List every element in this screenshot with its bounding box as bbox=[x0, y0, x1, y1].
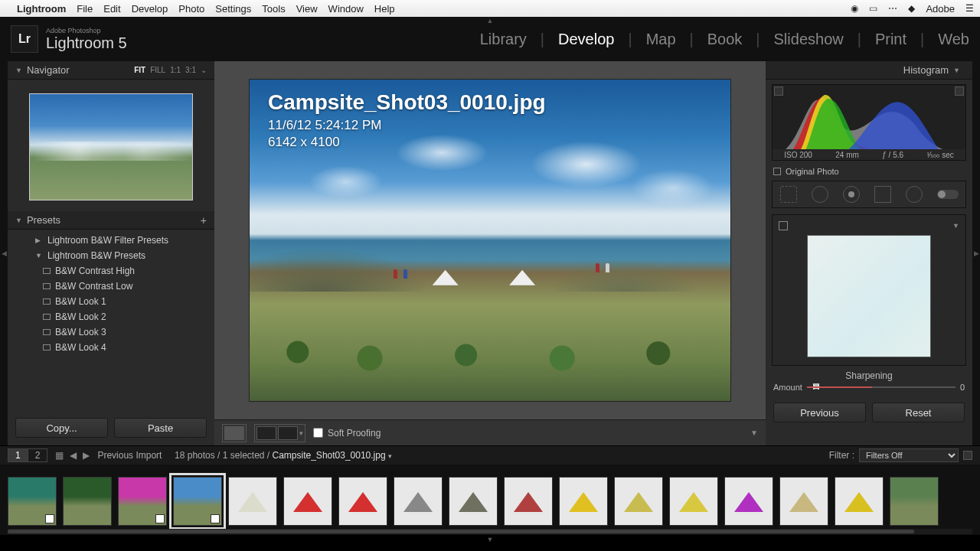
before-after-tb-button[interactable] bbox=[278, 426, 298, 440]
navigator-preview[interactable] bbox=[29, 93, 193, 201]
breadcrumb-menu-icon[interactable]: ▾ bbox=[388, 452, 392, 460]
filmstrip[interactable]: ••••••••••••••••• bbox=[0, 465, 980, 535]
secondary-display-button[interactable]: 2 bbox=[28, 449, 47, 461]
menu-help[interactable]: Help bbox=[374, 3, 395, 15]
zoom-1to1[interactable]: 1:1 bbox=[170, 66, 181, 74]
spot-removal-tool-icon[interactable] bbox=[812, 186, 828, 203]
zoom-3to1[interactable]: 3:1 bbox=[185, 66, 196, 74]
preset-item[interactable]: B&W Look 2 bbox=[8, 309, 214, 324]
preset-group[interactable]: ▶Lightroom B&W Filter Presets bbox=[8, 233, 214, 248]
filmstrip-thumbnail[interactable]: • bbox=[8, 477, 57, 526]
reset-button[interactable]: Reset bbox=[872, 403, 965, 422]
radial-filter-tool-icon[interactable] bbox=[906, 186, 923, 203]
toolbar-menu-icon[interactable]: ▼ bbox=[750, 429, 758, 437]
top-panel-disclosure-icon[interactable]: ▲ bbox=[487, 17, 494, 24]
filter-lock-icon[interactable] bbox=[963, 451, 972, 460]
bottom-panel-disclosure-icon[interactable]: ▼ bbox=[0, 535, 980, 544]
cloud-sync-icon[interactable]: ◉ bbox=[851, 3, 858, 14]
nav-back-icon[interactable]: ◀ bbox=[70, 450, 77, 461]
filmstrip-thumbnail[interactable]: • bbox=[559, 477, 608, 526]
detail-preview[interactable] bbox=[807, 235, 931, 357]
flag-icon[interactable] bbox=[155, 514, 165, 523]
redeye-tool-icon[interactable] bbox=[843, 186, 860, 203]
menu-file[interactable]: File bbox=[77, 3, 93, 15]
menu-view[interactable]: View bbox=[296, 3, 318, 15]
filmstrip-thumbnail[interactable]: • bbox=[118, 477, 167, 526]
filmstrip-thumbnail[interactable]: • bbox=[614, 477, 663, 526]
filmstrip-thumbnail[interactable]: • bbox=[394, 477, 443, 526]
filmstrip-scrollbar[interactable] bbox=[8, 529, 972, 534]
presets-panel-header[interactable]: ▼ Presets + bbox=[8, 211, 214, 230]
sharpening-amount-slider[interactable]: Amount 0 bbox=[766, 381, 972, 392]
disclosure-icon[interactable]: ▼ bbox=[953, 67, 960, 74]
graduated-filter-tool-icon[interactable] bbox=[874, 186, 891, 203]
filmstrip-thumbnail[interactable]: • bbox=[835, 477, 884, 526]
before-after-lr-button[interactable] bbox=[256, 426, 276, 440]
histogram-panel-header[interactable]: Histogram ▼ bbox=[766, 61, 972, 80]
filmstrip-thumbnail[interactable]: • bbox=[504, 477, 553, 526]
navigator-panel-header[interactable]: ▼ Navigator FIT FILL 1:1 3:1 ⌄ bbox=[8, 61, 214, 80]
menu-window[interactable]: Window bbox=[328, 3, 364, 15]
original-photo-checkbox[interactable] bbox=[773, 168, 781, 175]
preset-item[interactable]: B&W Look 3 bbox=[8, 324, 214, 340]
filmstrip-thumbnail[interactable]: • bbox=[63, 477, 112, 526]
grid-view-icon[interactable]: ▦ bbox=[55, 450, 64, 461]
histogram[interactable]: ISO 200 24 mm ƒ / 5.6 ¹⁄₅₀₀ sec bbox=[772, 84, 966, 161]
paste-settings-button[interactable]: Paste bbox=[114, 418, 207, 438]
image-canvas[interactable]: Campsite_Shot03_0010.jpg 11/6/12 5:24:12… bbox=[250, 80, 730, 401]
disclosure-icon[interactable]: ▼ bbox=[15, 67, 22, 74]
disclosure-icon[interactable]: ▼ bbox=[952, 222, 959, 230]
menu-photo[interactable]: Photo bbox=[178, 3, 204, 15]
filmstrip-thumbnail[interactable]: • bbox=[449, 477, 498, 526]
filmstrip-thumbnail[interactable]: • bbox=[338, 477, 387, 526]
zoom-menu-icon[interactable]: ⌄ bbox=[201, 66, 207, 74]
left-panel-collapse-icon[interactable]: ◀ bbox=[0, 61, 8, 445]
loupe-view-button[interactable] bbox=[224, 426, 244, 440]
filmstrip-thumbnail[interactable]: • bbox=[283, 477, 332, 526]
flag-icon[interactable] bbox=[211, 514, 220, 523]
before-after-menu-icon[interactable]: ▾ bbox=[299, 429, 303, 437]
crop-tool-icon[interactable] bbox=[780, 186, 797, 203]
module-book[interactable]: Book bbox=[707, 31, 743, 48]
filmstrip-thumbnail[interactable]: • bbox=[724, 477, 773, 526]
screen-icon[interactable]: ▭ bbox=[869, 3, 877, 14]
module-library[interactable]: Library bbox=[480, 31, 527, 48]
filmstrip-thumbnail[interactable]: • bbox=[228, 477, 277, 526]
filmstrip-thumbnail[interactable]: • bbox=[890, 477, 939, 526]
right-panel-collapse-icon[interactable]: ▶ bbox=[972, 61, 980, 445]
preset-item[interactable]: B&W Look 1 bbox=[8, 294, 214, 309]
list-icon[interactable]: ☰ bbox=[965, 3, 974, 14]
preset-item[interactable]: B&W Contrast Low bbox=[8, 279, 214, 294]
filmstrip-thumbnail[interactable]: • bbox=[779, 477, 828, 526]
adjustment-brush-tool-icon[interactable] bbox=[937, 190, 959, 199]
menu-extra-icon[interactable]: ⋯ bbox=[888, 3, 897, 14]
previous-button[interactable]: Previous bbox=[773, 403, 866, 422]
module-print[interactable]: Print bbox=[875, 31, 906, 48]
menu-edit[interactable]: Edit bbox=[103, 3, 120, 15]
filter-select[interactable]: Filters Off bbox=[859, 448, 959, 462]
detail-target-icon[interactable] bbox=[779, 221, 788, 230]
disclosure-icon[interactable]: ▼ bbox=[15, 217, 22, 224]
module-web[interactable]: Web bbox=[938, 31, 969, 48]
add-preset-icon[interactable]: + bbox=[201, 214, 207, 227]
nav-forward-icon[interactable]: ▶ bbox=[83, 450, 90, 461]
flag-icon[interactable] bbox=[45, 514, 54, 523]
filmstrip-thumbnail[interactable]: • bbox=[669, 477, 718, 526]
soft-proofing-checkbox[interactable] bbox=[313, 428, 323, 438]
menu-settings[interactable]: Settings bbox=[215, 3, 251, 15]
zoom-fit[interactable]: FIT bbox=[134, 66, 145, 74]
module-develop[interactable]: Develop bbox=[558, 31, 614, 48]
module-slideshow[interactable]: Slideshow bbox=[774, 31, 844, 48]
source-breadcrumb[interactable]: Previous Import 18 photos / 1 selected /… bbox=[97, 450, 392, 461]
module-map[interactable]: Map bbox=[646, 31, 676, 48]
preset-group[interactable]: ▼Lightroom B&W Presets bbox=[8, 248, 214, 263]
zoom-fill[interactable]: FILL bbox=[150, 66, 165, 74]
menu-tools[interactable]: Tools bbox=[262, 3, 285, 15]
primary-display-button[interactable]: 1 bbox=[8, 449, 28, 461]
menubar-app-name[interactable]: Lightroom bbox=[17, 3, 66, 15]
menu-develop[interactable]: Develop bbox=[132, 3, 168, 15]
copy-settings-button[interactable]: Copy... bbox=[15, 418, 108, 438]
preset-item[interactable]: B&W Contrast High bbox=[8, 263, 214, 279]
filmstrip-thumbnail[interactable]: • bbox=[173, 477, 222, 526]
preset-item[interactable]: B&W Look 4 bbox=[8, 340, 214, 355]
